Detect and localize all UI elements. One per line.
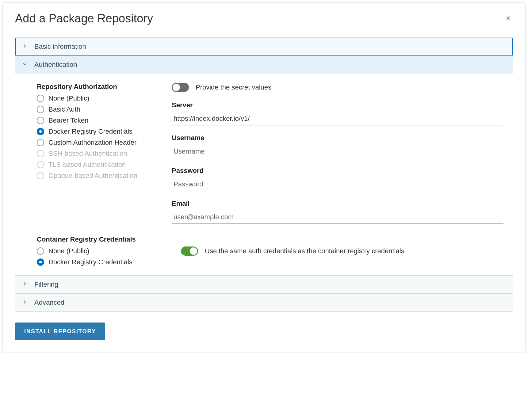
radio-label: TLS-based Authentication xyxy=(48,161,126,169)
radio-icon xyxy=(37,247,44,255)
radio-label: None (Public) xyxy=(48,94,89,102)
username-label: Username xyxy=(172,134,503,142)
container-creds-column: Container Registry Credentials None (Pub… xyxy=(37,235,153,266)
close-icon xyxy=(505,18,512,22)
accordion-item-filtering: Filtering xyxy=(15,276,513,294)
accordion-item-authentication: Authentication Repository Authorization … xyxy=(15,56,513,276)
auth-layout: Repository Authorization None (Public) B… xyxy=(37,83,503,232)
modal-title: Add a Package Repository xyxy=(15,12,153,25)
radio-custom-header[interactable]: Custom Authorization Header xyxy=(37,139,153,147)
email-field: Email xyxy=(172,200,503,224)
password-input[interactable] xyxy=(172,178,503,191)
radio-none-public[interactable]: None (Public) xyxy=(37,94,153,102)
radio-label: Opaque-based Authentication xyxy=(48,172,137,180)
provide-secret-toggle[interactable] xyxy=(172,83,189,92)
server-input[interactable] xyxy=(172,112,503,125)
radio-icon xyxy=(37,161,44,168)
accordion-header-filtering[interactable]: Filtering xyxy=(15,276,513,293)
container-creds-title: Container Registry Credentials xyxy=(37,235,153,243)
accordion-label: Basic information xyxy=(34,43,86,51)
accordion-item-basic-info: Basic information xyxy=(15,38,513,56)
accordion-item-advanced: Advanced xyxy=(15,294,513,311)
radio-icon xyxy=(37,117,44,124)
accordion-header-advanced[interactable]: Advanced xyxy=(15,294,513,311)
radio-opaque-auth: Opaque-based Authentication xyxy=(37,172,153,180)
radio-label: Docker Registry Credentials xyxy=(48,128,132,136)
email-input[interactable] xyxy=(172,211,503,224)
radio-label: Docker Registry Credentials xyxy=(48,258,132,266)
radio-label: Basic Auth xyxy=(48,105,80,113)
radio-icon xyxy=(37,106,44,113)
repo-auth-title: Repository Authorization xyxy=(37,83,153,91)
radio-icon xyxy=(37,258,44,266)
same-auth-toggle[interactable] xyxy=(181,246,198,256)
username-input[interactable] xyxy=(172,145,503,158)
chevron-right-icon xyxy=(22,43,28,51)
username-field: Username xyxy=(172,134,503,158)
add-package-repository-modal: Add a Package Repository Basic informati… xyxy=(2,2,526,353)
radio-ssh-auth: SSH-based Authentication xyxy=(37,150,153,158)
container-creds-radio-group: None (Public) Docker Registry Credential… xyxy=(37,247,153,266)
radio-basic-auth[interactable]: Basic Auth xyxy=(37,105,153,113)
radio-docker-registry[interactable]: Docker Registry Credentials xyxy=(37,128,153,136)
toggle-knob xyxy=(173,84,180,91)
modal-header: Add a Package Repository xyxy=(15,12,513,25)
radio-bearer-token[interactable]: Bearer Token xyxy=(37,116,153,124)
password-field: Password xyxy=(172,167,503,191)
radio-container-none[interactable]: None (Public) xyxy=(37,247,153,255)
container-registry-row: Container Registry Credentials None (Pub… xyxy=(37,235,503,266)
radio-label: SSH-based Authentication xyxy=(48,150,127,158)
install-repository-button[interactable]: INSTALL REPOSITORY xyxy=(15,323,105,340)
password-label: Password xyxy=(172,167,503,175)
close-button[interactable] xyxy=(504,13,513,24)
same-auth-label: Use the same auth credentials as the con… xyxy=(205,247,404,255)
radio-tls-auth: TLS-based Authentication xyxy=(37,161,153,169)
radio-icon xyxy=(37,139,44,146)
accordion: Basic information Authentication Reposit… xyxy=(15,37,513,312)
same-auth-column: Use the same auth credentials as the con… xyxy=(172,235,503,266)
toggle-knob xyxy=(190,247,197,255)
radio-icon xyxy=(37,172,44,179)
accordion-header-basic-info[interactable]: Basic information xyxy=(15,38,513,55)
accordion-body-authentication: Repository Authorization None (Public) B… xyxy=(15,74,513,275)
chevron-down-icon xyxy=(22,61,28,69)
radio-icon xyxy=(37,95,44,102)
radio-icon xyxy=(37,150,44,157)
server-label: Server xyxy=(172,101,503,109)
credentials-column: Provide the secret values Server Usernam… xyxy=(172,83,503,232)
email-label: Email xyxy=(172,200,503,208)
repo-auth-radio-group: None (Public) Basic Auth Bearer Token xyxy=(37,94,153,180)
radio-icon xyxy=(37,128,44,135)
repo-auth-column: Repository Authorization None (Public) B… xyxy=(37,83,153,232)
accordion-label: Advanced xyxy=(34,299,64,307)
accordion-header-authentication[interactable]: Authentication xyxy=(15,56,513,74)
chevron-right-icon xyxy=(22,299,28,307)
provide-secret-label: Provide the secret values xyxy=(196,83,271,91)
chevron-right-icon xyxy=(22,281,28,288)
radio-label: Bearer Token xyxy=(48,116,88,124)
radio-container-docker[interactable]: Docker Registry Credentials xyxy=(37,258,153,266)
radio-label: Custom Authorization Header xyxy=(48,139,136,147)
same-auth-toggle-row: Use the same auth credentials as the con… xyxy=(181,246,404,256)
provide-secret-toggle-row: Provide the secret values xyxy=(172,83,503,92)
server-field: Server xyxy=(172,101,503,125)
accordion-label: Filtering xyxy=(34,281,58,288)
radio-label: None (Public) xyxy=(48,247,89,255)
accordion-label: Authentication xyxy=(34,61,77,69)
